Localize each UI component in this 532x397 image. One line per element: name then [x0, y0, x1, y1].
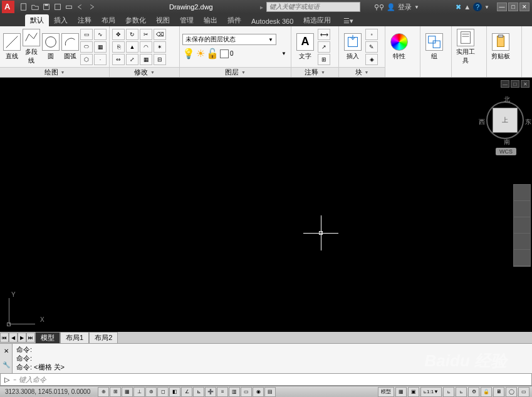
close-button[interactable]: ✕	[519, 3, 529, 11]
panel-modify-title[interactable]: 修改	[110, 67, 179, 77]
coordinates-display[interactable]: 3123.3008, 1245.0119, 0.0000	[0, 388, 95, 395]
tab-layout[interactable]: 布局	[96, 14, 120, 26]
text-button[interactable]: A文字	[294, 33, 316, 61]
layout-tab-model[interactable]: 模型	[35, 332, 60, 344]
command-history[interactable]: 命令: 命令: 命令: <栅格 关>	[13, 344, 532, 373]
print-icon[interactable]	[64, 2, 74, 12]
properties-button[interactable]: 特性	[388, 33, 410, 61]
search-dropdown-icon[interactable]: ▸	[260, 4, 263, 11]
layout-first-button[interactable]: ⏮	[0, 333, 9, 343]
steering-wheel-icon[interactable]	[514, 185, 530, 201]
layout-next-button[interactable]: ▶	[18, 333, 26, 343]
am-icon[interactable]: ▤	[264, 387, 276, 397]
minimize-button[interactable]: —	[497, 3, 507, 11]
sc-icon[interactable]: ◉	[253, 387, 264, 397]
command-input[interactable]: 键入命令	[16, 375, 531, 384]
rotate-icon[interactable]: ↻	[126, 29, 138, 40]
layout-tab-layout2[interactable]: 布局2	[89, 332, 118, 344]
stretch-icon[interactable]: ⇔	[112, 54, 125, 65]
ducs-icon[interactable]: ⊾	[193, 387, 204, 397]
layout-last-button[interactable]: ⏭	[26, 333, 35, 343]
annotation-autoscale-icon[interactable]: ⦝	[456, 387, 467, 397]
move-icon[interactable]: ✥	[112, 29, 125, 40]
login-button[interactable]: ⚲⚲ 👤 登录 ▼	[374, 3, 419, 12]
qp-icon[interactable]: ▭	[241, 387, 252, 397]
osnap3d-icon[interactable]: ◧	[169, 387, 180, 397]
zoom-icon[interactable]	[514, 217, 530, 234]
workspace-icon[interactable]: ⚙	[468, 387, 479, 397]
dim-linear-icon[interactable]: ⟷	[318, 29, 330, 40]
viewport-minimize-button[interactable]: —	[501, 80, 509, 88]
polygon-icon[interactable]: ⬡	[80, 54, 93, 65]
clean-screen-icon[interactable]: ▭	[518, 387, 529, 397]
saveas-icon[interactable]	[53, 2, 63, 12]
help-icon[interactable]: ?	[473, 3, 482, 11]
drawing-canvas[interactable]: — □ ✕ Y X 北 南 东 西 WCS	[0, 78, 532, 332]
trim-icon[interactable]: ✂	[140, 29, 152, 40]
fillet-icon[interactable]: ◠	[140, 41, 152, 53]
spline-icon[interactable]: ∿	[94, 29, 107, 40]
layer-lock-icon[interactable]: 🔓	[206, 48, 219, 59]
tab-parametric[interactable]: 参数化	[120, 14, 151, 26]
group-button[interactable]: 组	[423, 33, 446, 61]
redo-icon[interactable]	[86, 2, 96, 12]
insert-block-button[interactable]: 插入	[342, 33, 364, 61]
search-input[interactable]: 键入关键字或短语	[266, 2, 360, 12]
mirror-icon[interactable]: ▲	[126, 41, 138, 53]
line-button[interactable]: 直线	[3, 33, 21, 61]
erase-icon[interactable]: ⌫	[154, 29, 166, 40]
polyline-button[interactable]: 多段线	[22, 29, 40, 65]
cmd-close-icon[interactable]: ✕	[0, 344, 12, 358]
annotation-scale[interactable]: ⦝ 1:1▼	[420, 387, 442, 397]
viewcube[interactable]: 北 南 东 西 WCS	[483, 93, 527, 155]
leader-icon[interactable]: ↗	[318, 41, 330, 53]
layer-color-swatch[interactable]	[220, 49, 229, 58]
array-icon[interactable]: ▦	[140, 54, 152, 65]
osnap-icon[interactable]: ◻	[157, 387, 169, 397]
app-logo-icon[interactable]	[2, 1, 14, 13]
layout-tab-layout1[interactable]: 布局1	[60, 332, 89, 344]
explode-icon[interactable]: ✶	[154, 41, 166, 53]
save-icon[interactable]	[41, 2, 51, 12]
layer-on-icon[interactable]: 💡	[182, 48, 195, 59]
grid-icon[interactable]: ▦	[122, 387, 133, 397]
tab-default[interactable]: 默认	[25, 14, 49, 26]
pan-icon[interactable]	[514, 201, 530, 217]
panel-annotation-title[interactable]: 注释	[291, 67, 338, 77]
tab-view[interactable]: 视图	[151, 14, 175, 26]
offset-icon[interactable]: ⊟	[154, 54, 166, 65]
quickview-drawings-icon[interactable]: ▣	[408, 387, 419, 397]
tab-plugins[interactable]: 插件	[222, 14, 246, 26]
edit-block-icon[interactable]: ✎	[365, 41, 378, 53]
layout-prev-button[interactable]: ◀	[9, 333, 18, 343]
hardware-accel-icon[interactable]: 🖥	[493, 387, 504, 397]
current-layer-name[interactable]: 0	[230, 50, 280, 57]
showmotion-icon[interactable]	[514, 250, 530, 266]
point-icon[interactable]: ·	[94, 54, 107, 65]
viewport-close-button[interactable]: ✕	[521, 80, 529, 88]
toolbar-lock-icon[interactable]: 🔒	[481, 387, 492, 397]
ellipse-icon[interactable]: ⬭	[80, 41, 93, 53]
layer-state-dropdown[interactable]: 未保存的图层状态▼	[182, 34, 276, 45]
arc-button[interactable]: 圆弧	[61, 33, 79, 61]
tab-autodesk360[interactable]: Autodesk 360	[246, 16, 298, 26]
maximize-button[interactable]: □	[508, 3, 518, 11]
otrack-icon[interactable]: ∠	[181, 387, 192, 397]
circle-button[interactable]: 圆	[41, 33, 60, 61]
cmd-options-icon[interactable]: 🔧	[0, 358, 12, 371]
panel-layers-title[interactable]: 图层	[180, 67, 291, 77]
panel-draw-title[interactable]: 绘图	[0, 67, 109, 77]
tab-annotate[interactable]: 注释	[73, 14, 96, 26]
annotation-visibility-icon[interactable]: ⦝	[443, 387, 454, 397]
tab-featured[interactable]: 精选应用	[298, 14, 336, 26]
isolate-icon[interactable]: ◯	[506, 387, 517, 397]
viewport-maximize-button[interactable]: □	[511, 80, 519, 88]
model-space-button[interactable]: 模型	[378, 387, 394, 397]
help-chevron-icon[interactable]: ▼	[484, 4, 489, 10]
wcs-badge[interactable]: WCS	[496, 148, 516, 155]
dyn-icon[interactable]: ➕	[205, 387, 216, 397]
panel-block-title[interactable]: 块	[339, 67, 385, 77]
layer-freeze-icon[interactable]: ☀	[196, 48, 205, 59]
tab-output[interactable]: 输出	[199, 14, 222, 26]
quickview-layouts-icon[interactable]: ▦	[395, 387, 407, 397]
